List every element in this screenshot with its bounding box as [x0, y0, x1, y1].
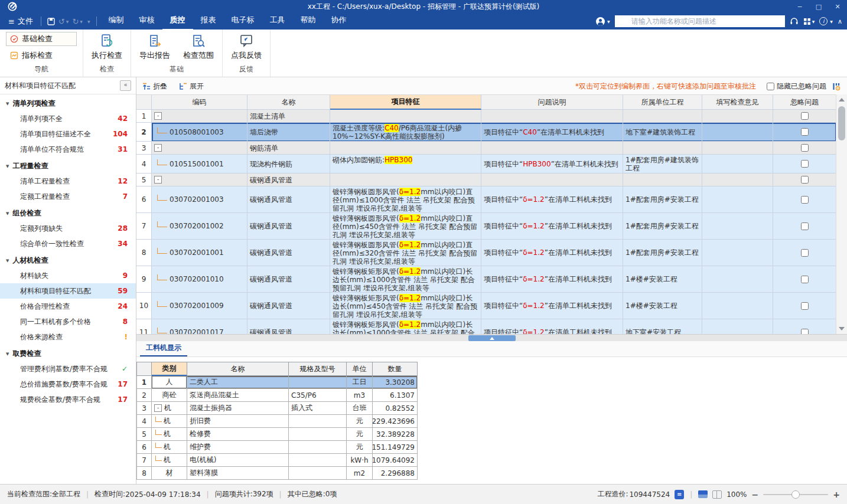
collapse-rows-button[interactable]: 折叠	[142, 81, 167, 91]
ignore-checkbox[interactable]	[801, 160, 809, 168]
table-row[interactable]: 1-混凝土清单	[136, 110, 836, 123]
search-input[interactable]	[615, 15, 785, 27]
tree-item-3-3[interactable]: 同一工料机有多个价格8	[0, 314, 136, 329]
table-row[interactable]: 7030702001002碳钢通风管道镀锌薄钢板圆形风管(δ=1.2mm以内咬口…	[136, 213, 836, 240]
row-body[interactable]: -机混凝土振捣器插入式台班0.82552	[152, 402, 418, 415]
table-row[interactable]: 9030702001010碳钢通风管道镀锌薄钢板矩形风管(δ=1.2mm以内咬口…	[136, 266, 836, 293]
support-headset-icon[interactable]	[790, 17, 799, 25]
menu-item-1[interactable]: 审核	[132, 12, 162, 29]
col-header-5[interactable]: 填写检查意见	[702, 94, 773, 110]
quick-access-more-icon[interactable]: ▼	[86, 19, 90, 24]
bottom-col-header-4[interactable]: 数量	[373, 362, 418, 376]
ignore-checkbox[interactable]	[801, 302, 809, 310]
table-row[interactable]: 10030702001009碳钢通风管道镀锌薄钢板矩形风管(δ=1.2mm以内咬…	[136, 293, 836, 319]
zoom-in-button[interactable]: +	[833, 490, 840, 499]
tree-item-4-1[interactable]: 总价措施费基数/费率不合规17	[0, 377, 136, 392]
bottom-table-row[interactable]: 6机维护费元151.149729	[136, 441, 847, 454]
view-mode-stacked-icon[interactable]	[698, 490, 708, 498]
collapse-toggle-icon[interactable]: -	[154, 404, 162, 412]
scroll-down-icon[interactable]	[839, 327, 845, 330]
tree-item-2-1[interactable]: 综合单价一致性检查34	[0, 236, 136, 251]
menu-item-3[interactable]: 报表	[193, 12, 224, 29]
row-body[interactable]: 030702001009碳钢通风管道镀锌薄钢板矩形风管(δ=1.2mm以内咬口)…	[152, 293, 836, 319]
cell-opinion[interactable]	[702, 266, 773, 293]
row-body[interactable]: 030702001017碳钢通风管道镀锌薄钢板矩形风管(δ=1.2mm以内咬口)…	[152, 319, 836, 334]
ignore-checkbox[interactable]	[801, 329, 809, 335]
expand-rows-button[interactable]: 展开	[179, 81, 204, 91]
check-scope-button[interactable]: 检查范围	[181, 32, 216, 62]
tree-section-3[interactable]: ▼人材机检查	[0, 251, 136, 268]
collapse-toggle-icon[interactable]: -	[154, 112, 162, 120]
menu-item-5[interactable]: 工具	[262, 12, 293, 29]
tree-item-4-0[interactable]: 管理费利润基数/费率不合规✓	[0, 361, 136, 377]
menu-item-6[interactable]: 帮助	[293, 12, 324, 29]
close-button[interactable]: ✕	[828, 0, 847, 13]
bottom-table-row[interactable]: 4机折旧费元229.423696	[136, 415, 847, 428]
bottom-table-row[interactable]: 7机电(机械)kW·h1079.64092	[136, 454, 847, 467]
ignore-checkbox[interactable]	[801, 276, 809, 283]
collapse-toggle-icon[interactable]: -	[154, 176, 162, 184]
row-body[interactable]: 030702001003碳钢通风管道镀锌薄钢板圆形风管(δ=1.2mm以内咬口)…	[152, 186, 836, 213]
cell-opinion[interactable]	[702, 240, 773, 266]
redo-button[interactable]: ↻▼	[72, 17, 83, 26]
bottom-table-row[interactable]: 2商砼泵送商品混凝土C35/P6m36.1307	[136, 389, 847, 402]
bottom-table-row[interactable]: 8材塑料薄膜m22.296888	[136, 467, 847, 480]
tree-item-1-1[interactable]: 定额工程量检查7	[0, 189, 136, 204]
cell-opinion[interactable]	[702, 110, 773, 123]
row-body[interactable]: 030702001001碳钢通风管道镀锌薄钢板圆形风管(δ=1.2mm以内咬口)…	[152, 240, 836, 266]
bottom-col-header-1[interactable]: 名称	[187, 362, 289, 376]
tree-item-0-2[interactable]: 清单单位不符合规范31	[0, 142, 136, 157]
col-header-1[interactable]: 名称	[247, 94, 330, 110]
menu-item-7[interactable]: 协作	[324, 12, 354, 29]
scrollbar-thumb[interactable]	[838, 106, 845, 140]
bottom-col-header-2[interactable]: 规格及型号	[289, 362, 347, 376]
maximize-button[interactable]: □	[809, 0, 828, 13]
minimize-button[interactable]: ─	[790, 0, 809, 13]
col-header-3[interactable]: 问题说明	[481, 94, 623, 110]
tree-item-3-1[interactable]: 材料和项目特征不匹配59	[0, 283, 136, 299]
cell-opinion[interactable]	[702, 293, 773, 319]
tree-item-3-2[interactable]: 价格合理性检查24	[0, 299, 136, 314]
tree-item-3-4[interactable]: 价格来源检查!	[0, 329, 136, 345]
menu-item-0[interactable]: 编制	[101, 12, 132, 29]
row-body[interactable]: 030702001010碳钢通风管道镀锌薄钢板矩形风管(δ=1.2mm以内咬口)…	[152, 266, 836, 293]
splitter-collapse-handle[interactable]	[468, 335, 516, 341]
row-body[interactable]: 商砼泵送商品混凝土C35/P6m36.1307	[152, 389, 418, 402]
ignore-checkbox[interactable]	[801, 112, 809, 120]
table-row[interactable]: 11030702001017碳钢通风管道镀锌薄钢板矩形风管(δ=1.2mm以内咬…	[136, 319, 836, 334]
view-mode-split-icon[interactable]	[712, 490, 722, 499]
row-body[interactable]: 机折旧费元229.423696	[152, 415, 418, 428]
cell-opinion[interactable]	[702, 155, 773, 174]
bottom-col-header-0[interactable]: 类别	[152, 362, 187, 376]
table-row[interactable]: 5-碳钢通风管道	[136, 174, 836, 186]
bottom-col-header-3[interactable]: 单位	[347, 362, 373, 376]
indicator-check-button[interactable]: 指标检查	[6, 48, 77, 63]
cell-opinion[interactable]	[702, 123, 773, 142]
tree-item-3-0[interactable]: 材料缺失9	[0, 268, 136, 283]
table-row[interactable]: 4010515001001现浇构件钢筋砌体内加固钢筋:HPB300项目特征中“H…	[136, 155, 836, 174]
tree-section-0[interactable]: ▼清单列项检查	[0, 94, 136, 111]
cell-opinion[interactable]	[702, 213, 773, 240]
ignore-checkbox[interactable]	[801, 249, 809, 257]
basic-check-button[interactable]: 基础检查	[6, 32, 77, 46]
apps-grid-icon[interactable]: ▼	[803, 18, 815, 25]
export-report-button[interactable]: 导出报告	[137, 32, 172, 62]
tree-section-4[interactable]: ▼取费检查	[0, 345, 136, 361]
bottom-table-row[interactable]: 5机检修费元32.389228	[136, 428, 847, 441]
save-button[interactable]	[47, 18, 55, 25]
table-row[interactable]: 8030702001001碳钢通风管道镀锌薄钢板圆形风管(δ=1.2mm以内咬口…	[136, 240, 836, 266]
tree-item-0-1[interactable]: 清单项目特征描述不全104	[0, 126, 136, 142]
col-header-4[interactable]: 所属单位工程	[623, 94, 702, 110]
tree-item-4-2[interactable]: 规费税金基数/费率不合规17	[0, 392, 136, 407]
column-settings-icon[interactable]	[832, 82, 841, 91]
table-row[interactable]: 2010508001003墙后浇带混凝土强度等级:C40/P6商品混凝土(内掺1…	[136, 123, 836, 142]
scroll-up-icon[interactable]	[839, 98, 845, 102]
bottom-table-row[interactable]: 3-机混凝土振捣器插入式台班0.82552	[136, 402, 847, 415]
cell-opinion[interactable]	[702, 186, 773, 213]
sidebar-collapse-button[interactable]: «	[120, 80, 131, 91]
zoom-slider-thumb[interactable]	[791, 490, 800, 499]
col-header-6[interactable]: 忽略问题	[773, 94, 836, 110]
row-body[interactable]: 机维护费元151.149729	[152, 441, 418, 454]
table-row[interactable]: 3-钢筋清单	[136, 142, 836, 155]
tree-item-1-0[interactable]: 清单工程量检查12	[0, 174, 136, 189]
